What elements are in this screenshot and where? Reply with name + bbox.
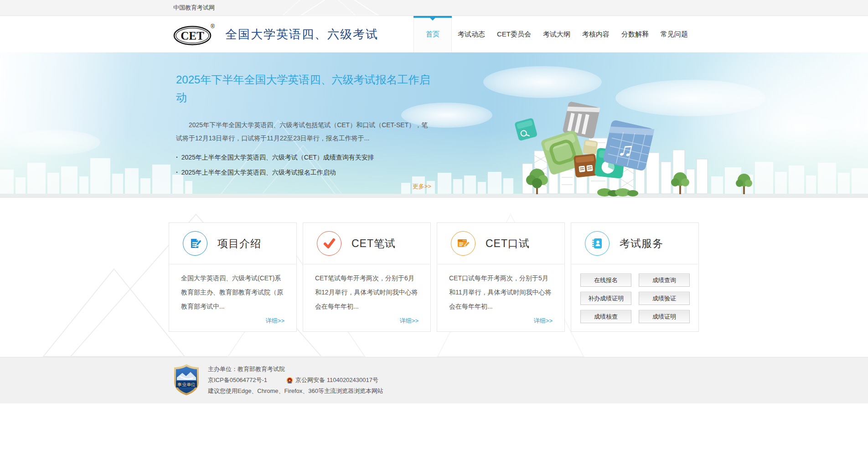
detail-link[interactable]: 详细>> (388, 317, 430, 331)
cet-logo[interactable]: CET ® (172, 22, 216, 46)
page-footer: 事业单位 主办单位：教育部教育考试院 京ICP备05064772号-1 ★ 京公… (0, 357, 868, 403)
card-exam-services: 考试服务 在线报名 成绩查询 补办成绩证明 成绩验证 成绩核查 成绩证明 (571, 222, 699, 332)
service-buttons: 在线报名 成绩查询 补办成绩证明 成绩验证 成绩核查 成绩证明 (571, 264, 698, 323)
public-institution-badge: 事业单位 (173, 364, 200, 396)
hero-banner: ♫ 2025年下半年全国大学英语四、六级考试报名工作启动 2025年下半年全国大… (0, 52, 868, 198)
card-oral-test: CET口试 CET口试每年开考两次，分别于5月和11月举行，具体考试时间我中心将… (437, 222, 565, 332)
card-body-text: CET笔试每年开考两次，分别于6月和12月举行，具体考试时间我中心将会在每年年初… (303, 264, 430, 314)
card-title: CET笔试 (351, 237, 396, 251)
score-recheck-button[interactable]: 成绩核查 (580, 310, 631, 323)
detail-link[interactable]: 详细>> (522, 317, 564, 331)
score-certificate-button[interactable]: 成绩证明 (639, 310, 690, 323)
organizer-line: 主办单位：教育部教育考试院 (208, 364, 383, 375)
cet-homepage: 中国教育考试网 CET ® 全国大学英语四、六级考试 首页 考试动态 CET委员… (0, 0, 868, 449)
main-nav: 首页 考试动态 CET委员会 考试大纲 考核内容 分数解释 常见问题 (413, 16, 694, 52)
card-body-text: 全国大学英语四、六级考试(CET)系教育部主办、教育部教育考试院（原教育部考试中… (169, 264, 296, 314)
card-title: 项目介绍 (217, 237, 261, 251)
police-badge-icon: ★ (286, 377, 293, 384)
featured-news-headline[interactable]: 2025年下半年全国大学英语四、六级考试报名工作启动 (176, 71, 438, 106)
score-query-button[interactable]: 成绩查询 (639, 274, 690, 287)
card-title: 考试服务 (620, 237, 663, 251)
nav-item-home[interactable]: 首页 (413, 16, 452, 52)
news-list: 2025年上半年全国大学英语四、六级考试（CET）成绩查询有关安排 2025年上… (176, 152, 698, 177)
icp-license-link[interactable]: 京ICP备05064772号-1 (208, 375, 267, 386)
registered-mark: ® (211, 23, 215, 30)
document-pencil-icon (183, 231, 207, 256)
top-utility-bar: 中国教育考试网 (0, 0, 868, 16)
nav-item-exam-news[interactable]: 考试动态 (452, 16, 491, 52)
feature-cards-section: 项目介绍 全国大学英语四、六级考试(CET)系教育部主办、教育部教育考试院（原教… (0, 198, 868, 357)
news-list-item[interactable]: 2025年上半年全国大学英语四、六级考试（CET）成绩查询有关安排 (176, 152, 698, 162)
checkmark-icon (317, 231, 341, 256)
browser-tip: 建议您使用Edge、Chrome、Firefox、360等主流浏览器浏览本网站 (208, 386, 383, 397)
featured-news-summary: 2025年下半年全国大学英语四、六级考试包括笔试（CET）和口试（CET-SET… (176, 119, 431, 145)
portal-site-name: 中国教育考试网 (170, 4, 215, 12)
nav-item-score-interpretation[interactable]: 分数解释 (615, 16, 655, 52)
site-header: CET ® 全国大学英语四、六级考试 首页 考试动态 CET委员会 考试大纲 考… (0, 16, 868, 52)
nav-item-faq[interactable]: 常见问题 (655, 16, 694, 52)
svg-text:★: ★ (288, 378, 291, 382)
online-registration-button[interactable]: 在线报名 (580, 274, 631, 287)
badge-label: 事业单位 (177, 382, 196, 387)
reissue-score-certificate-button[interactable]: 补办成绩证明 (580, 292, 631, 305)
police-record-link[interactable]: 京公网安备 11040202430017号 (295, 375, 378, 386)
card-written-test: CET笔试 CET笔试每年开考两次，分别于6月和12月举行，具体考试时间我中心将… (303, 222, 431, 332)
site-title: 全国大学英语四、六级考试 (225, 26, 378, 42)
news-list-item[interactable]: 2025年上半年全国大学英语四、六级考试报名工作启动 (176, 167, 698, 177)
score-verification-button[interactable]: 成绩验证 (639, 292, 690, 305)
nav-item-assessment-content[interactable]: 考核内容 (576, 16, 615, 52)
detail-link[interactable]: 详细>> (254, 317, 296, 331)
bottom-whitespace (0, 403, 868, 449)
notebook-person-icon (585, 231, 610, 256)
card-title: CET口试 (486, 237, 530, 251)
cet-logo-text: CET (181, 30, 204, 42)
card-program-intro: 项目介绍 全国大学英语四、六级考试(CET)系教育部主办、教育部教育考试院（原教… (169, 222, 297, 332)
browser-edit-icon (451, 231, 475, 256)
card-body-text: CET口试每年开考两次，分别于5月和11月举行，具体考试时间我中心将会在每年年初… (437, 264, 564, 314)
nav-item-cet-committee[interactable]: CET委员会 (491, 16, 537, 52)
nav-item-exam-syllabus[interactable]: 考试大纲 (537, 16, 576, 52)
more-news-link[interactable]: 更多>> (176, 182, 431, 191)
